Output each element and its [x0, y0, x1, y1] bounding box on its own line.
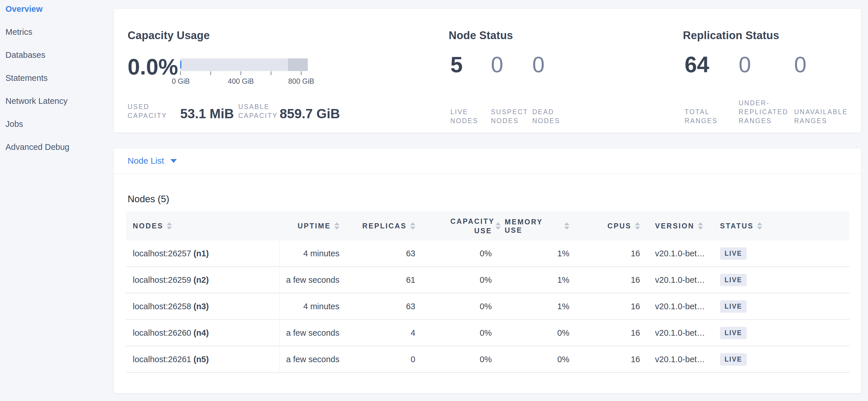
column-header-label: CPUS [608, 222, 631, 230]
table-row-node-1[interactable]: localhost:26257 (n1) 4 minutes 63 0% 1% … [126, 240, 849, 267]
column-header-status[interactable]: STATUS [713, 211, 849, 240]
sidebar-item-statements[interactable]: Statements [0, 66, 106, 89]
column-header-replicas[interactable]: REPLICAS [345, 211, 423, 240]
memory-use-cell: 0% [505, 346, 578, 372]
sidebar-item-jobs[interactable]: Jobs [0, 113, 106, 136]
uptime-cell: a few seconds [280, 267, 345, 293]
node-id: (n1) [193, 249, 209, 258]
memory-use-cell: 0% [505, 320, 578, 346]
table-row-node-4[interactable]: localhost:26260 (n4) a few seconds 4 0% … [126, 320, 849, 346]
node-address-cell[interactable]: localhost:26258 (n3) [126, 293, 280, 319]
column-header-memory-use[interactable]: MEMORY USE [505, 211, 578, 240]
sort-icon[interactable] [635, 222, 640, 230]
axis-label-800gib: 800 GiB [288, 77, 314, 85]
node-address-cell[interactable]: localhost:26260 (n4) [126, 320, 280, 346]
axis-label-400gib: 400 GiB [228, 77, 254, 85]
status-cell: LIVE [713, 320, 849, 346]
sort-icon[interactable] [698, 222, 703, 230]
capacity-use-cell: 0% [423, 293, 505, 319]
replicas-cell: 63 [345, 293, 423, 319]
usable-capacity-value: 859.7 GiB [280, 106, 340, 121]
sidebar-item-metrics[interactable]: Metrics [0, 21, 106, 44]
node-list-dropdown[interactable]: Node List [128, 156, 164, 166]
column-header-label: VERSION [655, 222, 694, 230]
capacity-usage-title: Capacity Usage [128, 29, 210, 42]
capacity-bar-usable-segment [180, 58, 288, 71]
stat-label-text: TOTAL RANGES [685, 108, 723, 125]
used-capacity-label: USED CAPACITY [128, 103, 177, 120]
capacity-use-cell: 0% [423, 346, 505, 372]
table-row-node-5[interactable]: localhost:26261 (n5) a few seconds 0 0% … [126, 346, 849, 373]
stat-label-text: UNAVAILABLE RANGES [794, 108, 849, 125]
sort-icon[interactable] [334, 222, 339, 230]
capacity-bar-used-marker [180, 61, 181, 68]
unavailable-ranges-count: 0 [794, 54, 806, 76]
version-cell: v20.1.0-bet… [647, 346, 713, 372]
column-header-capacity-use[interactable]: CAPACITY USE [423, 211, 505, 240]
sort-icon[interactable] [167, 222, 172, 230]
node-host: localhost:26261 [133, 355, 191, 364]
column-header-version[interactable]: VERSION [647, 211, 713, 240]
capacity-bar-chart [180, 58, 308, 71]
status-badge: LIVE [720, 353, 747, 366]
memory-use-cell: 1% [505, 293, 578, 319]
sidebar-item-advanced-debug[interactable]: Advanced Debug [0, 136, 106, 159]
status-cell: LIVE [713, 346, 849, 372]
column-header-label: REPLICAS [363, 222, 407, 230]
replicas-cell: 0 [345, 346, 423, 372]
axis-tick [210, 71, 211, 75]
capacity-use-cell: 0% [423, 240, 505, 266]
node-host: localhost:26259 [133, 275, 191, 285]
column-header-label: CAPACITY USE [451, 217, 492, 235]
column-header-nodes[interactable]: NODES [126, 211, 280, 240]
sort-icon[interactable] [496, 222, 501, 230]
column-header-cpus[interactable]: CPUS [578, 211, 647, 240]
node-address-cell[interactable]: localhost:26257 (n1) [126, 240, 280, 266]
table-row-node-2[interactable]: localhost:26259 (n2) a few seconds 61 0%… [126, 267, 849, 293]
node-list-dropdown-bar: Node List [114, 148, 861, 174]
nodes-table-header: NODES UPTIME REPLICAS CAPACITY USE MEMOR… [126, 211, 849, 240]
node-status-title: Node Status [449, 29, 513, 42]
sort-icon[interactable] [410, 222, 415, 230]
axis-tick [271, 71, 271, 75]
column-header-label: MEMORY USE [505, 218, 561, 234]
version-cell: v20.1.0-bet… [647, 293, 713, 319]
node-address-cell[interactable]: localhost:26261 (n5) [126, 346, 280, 372]
node-host: localhost:26260 [133, 328, 191, 338]
sidebar: Overview Metrics Databases Statements Ne… [0, 0, 106, 401]
stat-label-text: DEAD NODES [532, 108, 568, 125]
status-cell: LIVE [713, 267, 849, 293]
suspect-nodes-count: 0 [491, 54, 503, 76]
column-header-label: UPTIME [298, 222, 331, 230]
capacity-use-cell: 0% [423, 320, 505, 346]
live-nodes-count: 5 [451, 54, 463, 76]
column-header-uptime[interactable]: UPTIME [280, 211, 345, 240]
suspect-nodes-label: SUSPECT NODES [491, 94, 527, 125]
version-cell: v20.1.0-bet… [647, 267, 713, 293]
axis-tick [301, 71, 302, 75]
nodes-section-title: Nodes (5) [128, 194, 169, 204]
used-capacity-value: 53.1 MiB [180, 106, 234, 121]
sidebar-item-network-latency[interactable]: Network Latency [0, 89, 106, 113]
capacity-use-cell: 0% [423, 267, 505, 293]
dead-nodes-count: 0 [532, 54, 545, 76]
sidebar-item-overview[interactable]: Overview [0, 0, 106, 21]
chevron-down-icon[interactable] [170, 159, 177, 163]
table-row-node-3[interactable]: localhost:26258 (n3) 4 minutes 63 0% 1% … [126, 293, 849, 320]
cpus-cell: 16 [578, 267, 647, 293]
uptime-cell: 4 minutes [280, 293, 345, 319]
node-address-cell[interactable]: localhost:26259 (n2) [126, 267, 280, 293]
sort-icon[interactable] [564, 222, 569, 230]
status-badge: LIVE [720, 274, 747, 286]
memory-use-cell: 1% [505, 240, 578, 266]
cpus-cell: 16 [578, 293, 647, 319]
cpus-cell: 16 [578, 346, 647, 372]
sidebar-nav: Overview Metrics Databases Statements Ne… [0, 0, 106, 159]
node-id: (n2) [193, 275, 209, 285]
replicas-cell: 4 [345, 320, 423, 346]
sort-icon[interactable] [757, 222, 762, 230]
cpus-cell: 16 [578, 240, 647, 266]
sidebar-item-databases[interactable]: Databases [0, 44, 106, 66]
cpus-cell: 16 [578, 320, 647, 346]
node-list-card: Node List Nodes (5) NODES UPTIME REPLICA… [114, 148, 861, 394]
